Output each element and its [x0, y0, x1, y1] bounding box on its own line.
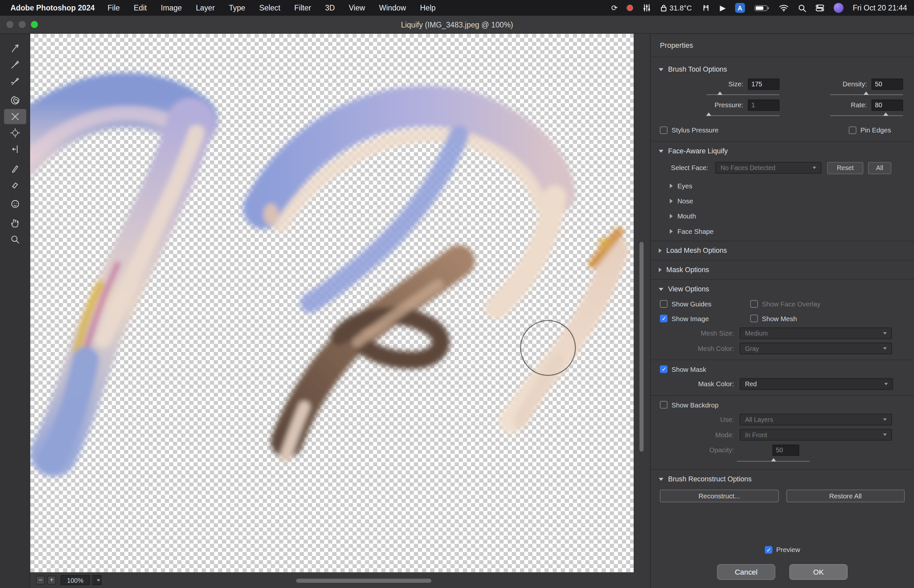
battery-icon[interactable] — [754, 4, 769, 11]
zoom-level-value[interactable]: 100% — [60, 575, 90, 585]
title-bar[interactable]: Liquify (IMG_3483.jpeg @ 100%) — [0, 16, 914, 34]
ok-button[interactable]: OK — [789, 564, 848, 580]
load-mesh-options-header[interactable]: Load Mesh Options — [651, 243, 914, 258]
menu-file[interactable]: File — [108, 3, 120, 13]
brush-reconstruct-options-header[interactable]: Brush Reconstruct Options — [651, 472, 914, 486]
cancel-button[interactable]: Cancel — [717, 564, 775, 580]
menu-window[interactable]: Window — [379, 3, 406, 13]
rate-input[interactable] — [872, 99, 903, 110]
freeze-mask-tool[interactable] — [4, 161, 26, 176]
pucker-tool[interactable] — [4, 109, 26, 124]
zoom-in-button[interactable]: + — [47, 576, 56, 585]
expand-triangle-icon — [670, 214, 673, 218]
show-backdrop-checkbox[interactable]: Show Backdrop — [660, 401, 904, 409]
sliders-icon[interactable] — [643, 3, 652, 13]
opacity-slider[interactable] — [737, 461, 810, 462]
zoom-tool[interactable] — [4, 232, 26, 247]
menu-help[interactable]: Help — [420, 3, 436, 13]
size-slider[interactable] — [707, 95, 780, 95]
restore-all-button[interactable]: Restore All — [786, 489, 905, 502]
zoom-button[interactable] — [31, 21, 37, 28]
rate-slider[interactable] — [830, 115, 903, 116]
mode-dropdown[interactable]: In Front — [739, 429, 892, 441]
show-image-checkbox[interactable]: Show Image — [660, 315, 750, 322]
mesh-size-dropdown[interactable]: Medium — [739, 327, 892, 339]
pressure-input[interactable] — [748, 99, 779, 110]
density-input[interactable] — [872, 79, 903, 90]
opacity-input[interactable] — [772, 444, 799, 456]
temperature-status[interactable]: 31.8°C — [661, 4, 692, 12]
select-face-dropdown[interactable]: No Faces Detected — [715, 162, 821, 174]
menu-image[interactable]: Image — [161, 3, 182, 13]
expand-triangle-icon — [659, 248, 662, 253]
show-face-overlay-checkbox[interactable]: Show Face Overlay — [750, 300, 904, 308]
menu-edit[interactable]: Edit — [134, 3, 147, 13]
reconstruct-button[interactable]: Reconstruct... — [660, 489, 778, 502]
bloat-tool[interactable] — [4, 125, 26, 140]
show-guides-checkbox[interactable]: Show Guides — [660, 300, 750, 308]
vertical-scrollbar[interactable] — [634, 34, 650, 588]
lock-icon — [661, 4, 667, 11]
user-avatar[interactable] — [833, 3, 843, 13]
menu-clock[interactable]: Fri Oct 20 21:44 — [853, 3, 907, 13]
wifi-icon[interactable] — [778, 4, 788, 11]
close-button[interactable] — [6, 21, 13, 28]
size-input[interactable] — [748, 79, 779, 90]
show-mask-checkbox[interactable]: Show Mask — [660, 365, 904, 373]
horizontal-scroll-thumb[interactable] — [296, 579, 431, 583]
canvas[interactable] — [31, 34, 634, 572]
eyes-section[interactable]: Eyes — [651, 178, 914, 193]
nose-section[interactable]: Nose — [651, 194, 914, 208]
push-left-tool[interactable] — [4, 142, 26, 157]
reset-button[interactable]: Reset — [827, 162, 863, 174]
vertical-scroll-thumb[interactable] — [639, 242, 644, 452]
face-aware-liquify-header[interactable]: Face-Aware Liquify — [651, 143, 914, 158]
menu-select[interactable]: Select — [259, 3, 280, 13]
control-center-icon[interactable] — [815, 4, 824, 11]
pin-edges-checkbox[interactable]: Pin Edges — [849, 126, 905, 134]
smooth-tool[interactable] — [4, 74, 26, 89]
reconstruct-tool[interactable] — [4, 57, 26, 72]
collapse-triangle-icon — [659, 68, 663, 71]
play-icon[interactable]: ▶ — [720, 3, 726, 13]
stylus-pressure-checkbox[interactable]: Stylus Pressure — [660, 126, 849, 134]
mesh-color-label: Mesh Color: — [660, 345, 734, 352]
search-icon[interactable] — [798, 4, 806, 12]
expand-triangle-icon — [670, 184, 673, 188]
density-slider[interactable] — [830, 95, 903, 95]
hand-tool[interactable] — [4, 215, 26, 231]
face-shape-section[interactable]: Face Shape — [651, 224, 914, 239]
thaw-mask-tool[interactable] — [4, 177, 26, 192]
brush-tool-options-header[interactable]: Brush Tool Options — [651, 62, 914, 77]
pressure-slider[interactable] — [707, 115, 780, 116]
menu-filter[interactable]: Filter — [294, 3, 311, 13]
show-mesh-checkbox[interactable]: Show Mesh — [750, 315, 904, 322]
all-button[interactable]: All — [868, 162, 891, 174]
menu-layer[interactable]: Layer — [196, 3, 215, 13]
menu-3d[interactable]: 3D — [325, 3, 335, 13]
screen: Adobe Photoshop 2024 File Edit Image Lay… — [0, 0, 914, 588]
sync-icon[interactable]: ⟳ — [611, 3, 617, 13]
mask-options-header[interactable]: Mask Options — [651, 262, 914, 277]
input-source-badge[interactable]: A — [735, 3, 745, 13]
view-options-header[interactable]: View Options — [651, 281, 914, 297]
menu-type[interactable]: Type — [229, 3, 245, 13]
twirl-clockwise-tool[interactable] — [4, 92, 26, 108]
app-menu[interactable]: Adobe Photoshop 2024 — [10, 3, 95, 13]
use-dropdown[interactable]: All Layers — [739, 414, 892, 425]
menu-view[interactable]: View — [349, 3, 365, 13]
forward-warp-tool[interactable] — [4, 41, 26, 56]
mask-color-dropdown[interactable]: Red — [739, 378, 893, 390]
recording-icon[interactable] — [627, 5, 633, 11]
zoom-level-dropdown[interactable] — [92, 575, 102, 585]
chevron-down-icon — [883, 347, 887, 350]
liquified-artwork — [31, 34, 634, 572]
preview-checkbox[interactable]: Preview — [651, 543, 914, 556]
airpods-icon[interactable] — [701, 4, 710, 11]
mesh-color-dropdown[interactable]: Gray — [739, 343, 892, 354]
mouth-section[interactable]: Mouth — [651, 208, 914, 224]
minimize-button[interactable] — [19, 21, 26, 28]
zoom-out-button[interactable]: − — [36, 576, 45, 585]
window-title: Liquify (IMG_3483.jpeg @ 100%) — [401, 20, 513, 29]
face-tool[interactable] — [4, 197, 26, 212]
